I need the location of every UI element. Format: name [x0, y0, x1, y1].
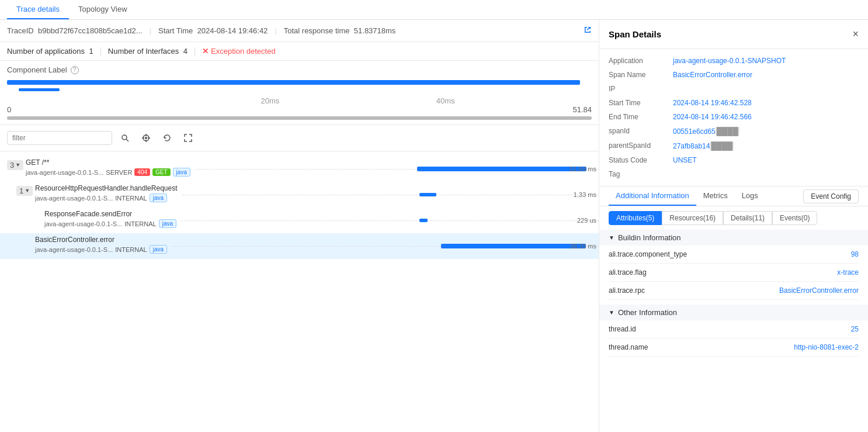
- prop-end-time: End Time 2024-08-14 19:46:42.566: [609, 110, 859, 124]
- span-properties: Application java-agent-usage-0.0.1-SNAPS…: [599, 49, 868, 186]
- buildin-info-header[interactable]: ▼ Buildin Information: [599, 230, 868, 246]
- prop-start-time: Start Time 2024-08-14 19:46:42.528: [609, 96, 859, 110]
- expand-icon[interactable]: [180, 130, 196, 146]
- external-link-icon[interactable]: [584, 26, 592, 36]
- main-layout: TraceID b9bbd72f67cc1808b5cae1d2... | St…: [0, 20, 868, 432]
- span-details-title: Span Details: [609, 29, 661, 39]
- timeline-bars: [7, 79, 592, 95]
- expand-button[interactable]: 3 ▼: [5, 158, 26, 171]
- tab-trace-details[interactable]: Trace details: [7, 0, 69, 19]
- expand-placeholder: [23, 210, 44, 223]
- table-row[interactable]: BasicErrorController.error java-agent-us…: [0, 233, 599, 259]
- svg-point-3: [145, 137, 147, 139]
- trace-id: TraceID b9bbd72f67cc1808b5cae1d2...: [7, 26, 143, 35]
- timeline-area: Component Label ? 20ms 40ms 0 51.84: [0, 61, 599, 125]
- target-icon[interactable]: [138, 130, 154, 146]
- info-bar: TraceID b9bbd72f67cc1808b5cae1d2... | St…: [0, 20, 599, 42]
- sub-tab-resources[interactable]: Resources(16): [662, 211, 723, 225]
- detail-tabs: Additional Information Metrics Logs Even…: [599, 186, 868, 206]
- attr-row: thread.name http-nio-8081-exec-2: [609, 338, 859, 357]
- svg-point-0: [122, 135, 127, 140]
- attr-row: thread.id 25: [609, 320, 859, 338]
- scrollbar[interactable]: [7, 116, 592, 120]
- span-bar-area: 229 us: [181, 210, 599, 231]
- attr-row: ali.trace.component_type 98: [609, 246, 859, 264]
- expand-placeholder: [14, 236, 35, 248]
- other-info-header[interactable]: ▼ Other Information: [599, 305, 868, 320]
- span-info: ResourceHttpRequestHandler.handleRequest…: [35, 184, 182, 202]
- span-bar-area: 1.33 ms: [182, 184, 599, 205]
- event-config-button[interactable]: Event Config: [803, 189, 859, 203]
- left-panel: TraceID b9bbd72f67cc1808b5cae1d2... | St…: [0, 20, 599, 432]
- response-time: Total response time 51.83718ms: [284, 26, 396, 35]
- info-sections: ▼ Buildin Information ali.trace.componen…: [599, 230, 868, 432]
- prop-ip: IP: [609, 82, 859, 96]
- top-tabs: Trace details Topology View: [0, 0, 868, 20]
- tab-additional-info[interactable]: Additional Information: [609, 186, 696, 206]
- prop-application: Application java-agent-usage-0.0.1-SNAPS…: [609, 54, 859, 68]
- exception-badge: ✕ Exception detected: [195, 47, 283, 56]
- attr-row: ali.trace.rpc BasicErrorController.error: [609, 282, 859, 300]
- sub-tabs: Attributes(5) Resources(16) Details(11) …: [599, 206, 868, 230]
- svg-line-1: [126, 139, 129, 141]
- component-label: Component Label ?: [7, 65, 592, 74]
- attr-row: ali.trace.flag x-trace: [609, 264, 859, 282]
- num-interfaces: Number of Interfaces 4: [101, 47, 195, 56]
- start-time: Start Time 2024-08-14 19:46:42: [158, 26, 268, 35]
- other-info-section: ▼ Other Information thread.id 25 thread.…: [609, 305, 859, 357]
- search-icon[interactable]: [117, 130, 133, 146]
- sub-tab-details[interactable]: Details(11): [723, 211, 772, 225]
- sub-tab-events[interactable]: Events(0): [772, 211, 817, 225]
- table-row[interactable]: 3 ▼ GET /** java-agent-usage-0.0.1-S... …: [0, 156, 599, 182]
- help-icon[interactable]: ?: [71, 66, 79, 74]
- span-bar-area: 38.39 ms: [172, 236, 599, 257]
- table-row[interactable]: 1 ▼ ResourceHttpRequestHandler.handleReq…: [0, 182, 599, 208]
- prop-span-id: spanId 00551e6cd65████: [609, 124, 859, 139]
- buildin-info-section: ▼ Buildin Information ali.trace.componen…: [609, 230, 859, 300]
- trace-tree: 3 ▼ GET /** java-agent-usage-0.0.1-S... …: [0, 151, 599, 432]
- close-button[interactable]: ×: [852, 28, 859, 40]
- table-row[interactable]: ResponseFacade.sendError java-agent-usag…: [0, 208, 599, 233]
- span-info: GET /** java-agent-usage-0.0.1-S... SERV…: [26, 158, 195, 177]
- tab-topology-view[interactable]: Topology View: [69, 0, 137, 19]
- filter-bar: [0, 125, 599, 151]
- stats-bar: Number of applications 1 Number of Inter…: [0, 42, 599, 61]
- prop-parent-span-id: parentSpanId 27afb8ab14████: [609, 139, 859, 153]
- span-details-header: Span Details ×: [599, 20, 868, 49]
- expand-button[interactable]: 1 ▼: [14, 184, 35, 197]
- prop-span-name: Span Name BasicErrorController.error: [609, 68, 859, 82]
- tab-logs[interactable]: Logs: [735, 186, 765, 206]
- tab-metrics[interactable]: Metrics: [696, 186, 735, 206]
- span-info: BasicErrorController.error java-agent-us…: [35, 236, 172, 254]
- axis-range: 0 51.84: [7, 105, 592, 114]
- sub-tab-attributes[interactable]: Attributes(5): [609, 211, 662, 225]
- num-applications: Number of applications 1: [7, 47, 100, 56]
- prop-status-code: Status Code UNSET: [609, 153, 859, 167]
- right-panel: Span Details × Application java-agent-us…: [599, 20, 868, 432]
- refresh-icon[interactable]: [159, 130, 175, 146]
- filter-input[interactable]: [7, 131, 112, 145]
- span-bar-area: 51.84 ms: [195, 158, 599, 179]
- prop-tag: Tag: [609, 167, 859, 181]
- span-info: ResponseFacade.sendError java-agent-usag…: [44, 210, 181, 228]
